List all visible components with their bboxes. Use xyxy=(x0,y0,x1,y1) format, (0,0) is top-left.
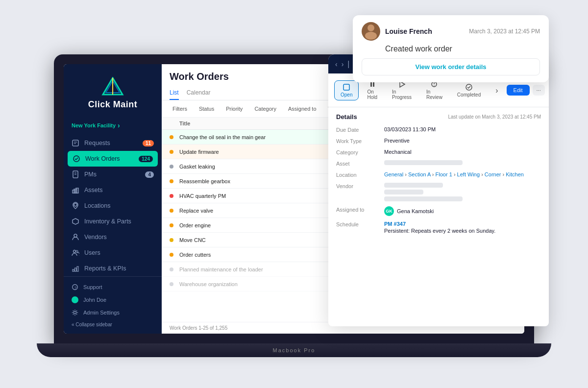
sidebar-bottom: ? Support John Doe Admin Settings « xyxy=(64,276,162,334)
assignee-avatar: GK xyxy=(384,206,394,216)
sidebar-item-users[interactable]: Users xyxy=(64,245,162,261)
sidebar-item-reports[interactable]: Reports & KPIs xyxy=(64,261,162,276)
notif-avatar xyxy=(362,22,380,41)
detail-back-button[interactable]: ‹ xyxy=(335,60,338,68)
location-row: Location General › Section A › Floor 1 ›… xyxy=(336,171,541,178)
filter-category[interactable]: Category xyxy=(251,104,279,113)
admin-settings[interactable]: Admin Settings xyxy=(72,306,154,319)
detail-body: Details Last update on March 3, 2023 at … xyxy=(328,107,549,326)
asset-skeleton xyxy=(384,160,463,165)
svg-point-15 xyxy=(74,203,77,206)
svg-rect-28 xyxy=(343,84,349,90)
support-item[interactable]: ? Support xyxy=(72,281,154,293)
view-work-order-button[interactable]: View work order details xyxy=(362,58,540,75)
asset-row: Asset xyxy=(336,160,541,167)
category-row: Category Mechanical xyxy=(336,149,541,155)
svg-rect-14 xyxy=(74,189,77,193)
collapse-sidebar[interactable]: « Collapse sidebar xyxy=(72,319,154,330)
sidebar-item-inventory[interactable]: Inventory & Parts xyxy=(64,214,162,229)
svg-point-1 xyxy=(365,32,377,40)
notification-card: Louise French March 3, 2023 at 12:45 PM … xyxy=(353,15,549,82)
notification-user: Louise French xyxy=(385,27,432,35)
laptop-base: Macbook Pro xyxy=(37,343,551,357)
filter-status[interactable]: Status xyxy=(196,104,217,113)
notification-time: March 3, 2023 at 12:45 PM xyxy=(469,28,540,35)
svg-point-24 xyxy=(74,311,76,314)
sidebar-item-vendors[interactable]: Vendors xyxy=(64,229,162,245)
status-completed-button[interactable]: Completed xyxy=(451,80,487,100)
svg-rect-20 xyxy=(75,268,76,271)
logo-text: Click Maint xyxy=(88,99,138,110)
sidebar-item-requests[interactable]: Requests 11 xyxy=(64,135,162,151)
notification-message: Created work order xyxy=(385,45,540,53)
status-open-button[interactable]: Open xyxy=(334,80,359,100)
assigned-row: Assigned to GK Gena Kamotski xyxy=(336,206,541,216)
svg-point-0 xyxy=(368,24,374,31)
due-date-row: Due Date 03/03/2023 11:30 PM xyxy=(336,126,541,133)
svg-point-17 xyxy=(74,250,76,253)
svg-rect-5 xyxy=(73,140,78,146)
schedule-row: Schedule PM #347 Persistent: Repeats eve… xyxy=(336,221,541,234)
svg-text:?: ? xyxy=(74,286,77,290)
schedule-link[interactable]: PM #347 xyxy=(384,221,541,227)
svg-rect-29 xyxy=(370,82,372,87)
sidebar-item-pms[interactable]: PMs 4 xyxy=(64,167,162,182)
laptop-brand: Macbook Pro xyxy=(273,347,316,353)
sidebar-item-locations[interactable]: Locations xyxy=(64,198,162,214)
sidebar-item-work-orders[interactable]: Work Orders 124 xyxy=(68,151,158,167)
svg-point-18 xyxy=(76,250,78,252)
facility-selector[interactable]: New York Facility xyxy=(64,120,162,135)
sidebar-item-assets[interactable]: Assets xyxy=(64,182,162,198)
svg-rect-21 xyxy=(77,267,78,271)
more-states-button[interactable]: › xyxy=(489,82,504,98)
work-order-detail-panel: ‹ › | Work Order | Change the oil seal i… xyxy=(328,54,549,326)
tab-list[interactable]: List xyxy=(170,86,179,100)
sidebar: Click Maint New York Facility Requests 1… xyxy=(64,64,162,334)
filter-priority[interactable]: Priority xyxy=(223,104,245,113)
edit-button[interactable]: Edit xyxy=(507,85,530,96)
user-profile[interactable]: John Doe xyxy=(72,293,154,306)
logo: Click Maint xyxy=(64,72,162,120)
detail-section-header: Details Last update on March 3, 2023 at … xyxy=(336,113,541,121)
filter-filters[interactable]: Filters xyxy=(170,104,190,113)
svg-rect-30 xyxy=(373,82,374,87)
priority-indicator xyxy=(170,135,173,139)
work-orders-title: Work Orders xyxy=(170,71,229,82)
vendor-row: Vendor xyxy=(336,183,541,201)
more-options-button[interactable]: ··· xyxy=(533,85,545,96)
svg-rect-19 xyxy=(73,269,74,271)
svg-point-16 xyxy=(74,234,77,237)
notification-header: Louise French March 3, 2023 at 12:45 PM xyxy=(362,22,540,41)
work-type-row: Work Type Preventive xyxy=(336,138,541,144)
svg-point-34 xyxy=(434,85,435,86)
detail-forward-button[interactable]: › xyxy=(342,60,344,68)
filter-assigned[interactable]: Assigned to xyxy=(285,104,319,113)
tab-calendar[interactable]: Calendar xyxy=(187,86,211,100)
